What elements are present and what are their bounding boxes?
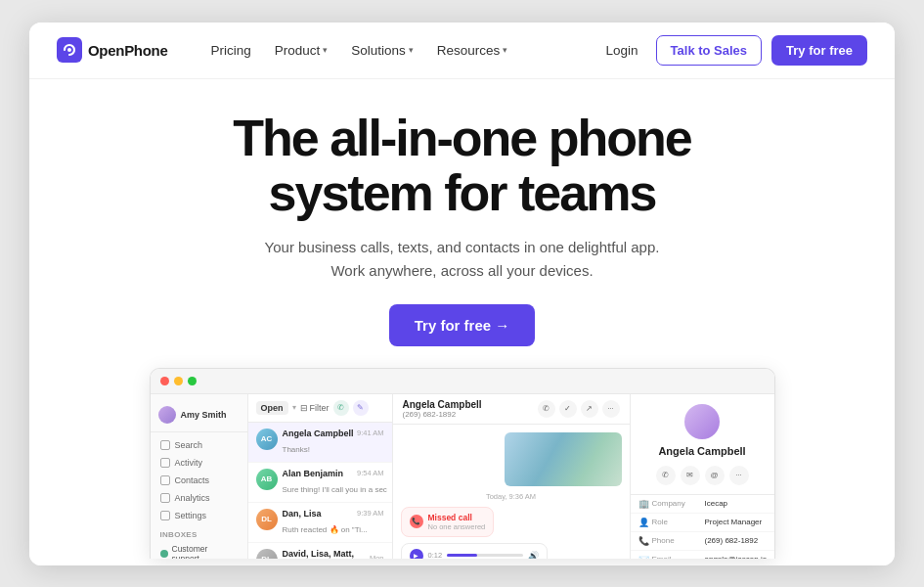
chevron-icon: ▾ [292, 403, 296, 412]
contact-avatar [684, 404, 720, 439]
conv-content-group: David, Lisa, Matt, Alan Mon 📞 Missed cal… [283, 549, 384, 559]
call-button[interactable]: ✆ [538, 400, 555, 418]
settings-icon [160, 511, 170, 520]
conv-group[interactable]: DL David, Lisa, Matt, Alan Mon 📞 Missed … [248, 543, 392, 559]
logo-text: OpenPhone [88, 42, 167, 59]
contact-field-phone: 📞 Phone (269) 682-1892 [631, 532, 774, 551]
activity-icon [160, 458, 170, 468]
close-dot [160, 377, 169, 385]
hero-subtitle: Your business calls, texts, and contacts… [265, 236, 660, 283]
more-button[interactable]: ··· [602, 400, 620, 418]
nav-actions: Login Talk to Sales Try for free [598, 35, 867, 66]
nav-pricing[interactable]: Pricing [198, 23, 262, 79]
convlist-header: Open ▾ ⊟ Filter ✆ ✎ [248, 394, 392, 423]
hero-section: The all-in-one phone system for teams Yo… [29, 79, 895, 565]
conv-dan-lisa[interactable]: DL Dan, Lisa 9:39 AM Ruth reacted 🔥 on "… [248, 503, 392, 543]
sidebar-item-contacts[interactable]: Contacts [151, 472, 247, 489]
analytics-icon [160, 493, 170, 503]
date-divider: Today, 9:36 AM [401, 492, 622, 501]
nav-product[interactable]: Product ▾ [263, 23, 340, 79]
nav-resources[interactable]: Resources ▾ [425, 23, 520, 79]
minimize-dot [174, 377, 183, 385]
sidebar-item-settings[interactable]: Settings [151, 507, 247, 524]
sidebar-item-analytics[interactable]: Analytics [151, 489, 247, 507]
missed-call-bubble: 📞 Missed call No one answered [401, 507, 495, 537]
inbox-customer-support[interactable]: Customer support [151, 541, 247, 559]
role-icon: 👤 [638, 518, 648, 527]
contact-call-button[interactable]: ✆ [656, 466, 676, 485]
sidebar-profile: Amy Smith [151, 402, 247, 432]
audio-progress-fill [447, 554, 477, 557]
phone-icon: 📞 [638, 536, 648, 546]
try-free-button[interactable]: Try for free [771, 35, 867, 66]
contact-field-email: ✉️ Email angela@icecap.io [631, 551, 774, 559]
openphone-logo-icon [57, 37, 82, 63]
contact-panel: Angela Campbell ✆ ✉ @ ··· 🏢 Company Icec… [630, 394, 774, 559]
nav-links: Pricing Product ▾ Solutions ▾ Resources … [198, 23, 597, 79]
audio-player: ▶ 0:12 🔊 [401, 543, 548, 559]
contact-message-button[interactable]: ✉ [681, 466, 700, 485]
company-icon: 🏢 [638, 499, 648, 509]
contact-more-button[interactable]: ··· [729, 466, 749, 485]
contact-email-button[interactable]: @ [705, 466, 725, 485]
conv-content-dan: Dan, Lisa 9:39 AM Ruth reacted 🔥 on "Ti.… [283, 509, 384, 536]
chat-image-attachment [505, 432, 622, 486]
logo[interactable]: OpenPhone [57, 37, 167, 63]
conv-avatar-alan: AB [256, 469, 278, 490]
resources-chevron-icon: ▾ [503, 45, 507, 55]
conv-alan[interactable]: AB Alan Benjamin 9:54 AM Sure thing! I'l… [248, 463, 392, 503]
conv-avatar-angela: AC [256, 429, 278, 450]
play-button[interactable]: ▶ [410, 549, 423, 559]
chat-header: Angela Campbell (269) 682-1892 ✆ ✓ ↗ ··· [393, 394, 630, 425]
chat-body: Today, 9:36 AM 📞 Missed call No one answ… [393, 425, 630, 559]
conv-content-angela: Angela Campbell 9:41 AM Thanks! [283, 429, 384, 456]
contact-panel-header: Angela Campbell ✆ ✉ @ ··· [631, 394, 774, 495]
conv-angela[interactable]: AC Angela Campbell 9:41 AM Thanks! [248, 423, 392, 463]
email-icon: ✉️ [638, 555, 648, 559]
share-button[interactable]: ↗ [581, 400, 598, 418]
solutions-chevron-icon: ▾ [409, 45, 414, 55]
phone-action-icon[interactable]: ✆ [333, 400, 349, 416]
conv-avatar-dan: DL [256, 509, 278, 530]
browser-window: OpenPhone Pricing Product ▾ Solutions ▾ … [29, 23, 895, 565]
navbar: OpenPhone Pricing Product ▾ Solutions ▾ … [29, 23, 895, 79]
inbox-dot [160, 550, 168, 558]
chat-header-actions: ✆ ✓ ↗ ··· [538, 400, 620, 418]
conv-content-alan: Alan Benjamin 9:54 AM Sure thing! I'll c… [283, 469, 384, 496]
chat-main: Angela Campbell (269) 682-1892 ✆ ✓ ↗ ··· [393, 394, 630, 559]
conversation-list: Open ▾ ⊟ Filter ✆ ✎ AC [248, 394, 393, 559]
hero-cta-button[interactable]: Try for free → [389, 304, 536, 346]
sidebar-item-activity[interactable]: Activity [151, 454, 247, 472]
svg-point-1 [67, 48, 71, 52]
user-avatar [158, 406, 176, 424]
compose-icon[interactable]: ✎ [353, 400, 369, 416]
talk-to-sales-button[interactable]: Talk to Sales [656, 35, 763, 66]
filter-button[interactable]: ⊟ Filter [300, 403, 330, 413]
open-filter-button[interactable]: Open [256, 401, 288, 415]
nav-solutions[interactable]: Solutions ▾ [339, 23, 425, 79]
contact-actions: ✆ ✉ @ ··· [656, 466, 749, 485]
volume-icon: 🔊 [528, 551, 539, 559]
contact-field-role: 👤 Role Project Manager [631, 514, 774, 532]
contact-field-company: 🏢 Company Icecap [631, 495, 774, 514]
mockup-sidebar: Amy Smith Search Activity Contacts [151, 394, 248, 559]
hero-title: The all-in-one phone system for teams [233, 111, 690, 220]
filter-icon: ⊟ [300, 403, 308, 413]
mockup-body: Amy Smith Search Activity Contacts [151, 394, 774, 559]
product-chevron-icon: ▾ [323, 45, 328, 55]
missed-call-icon: 📞 [410, 515, 423, 528]
maximize-dot [188, 377, 197, 385]
conv-avatar-group: DL [256, 549, 278, 559]
app-mockup: Amy Smith Search Activity Contacts [150, 368, 775, 559]
checkmark-button[interactable]: ✓ [559, 400, 577, 418]
sidebar-item-search[interactable]: Search [151, 436, 247, 454]
search-icon [160, 440, 170, 450]
login-button[interactable]: Login [598, 43, 646, 58]
contacts-icon [160, 475, 170, 485]
mockup-titlebar [151, 369, 774, 394]
audio-progress-bar[interactable] [447, 554, 522, 557]
